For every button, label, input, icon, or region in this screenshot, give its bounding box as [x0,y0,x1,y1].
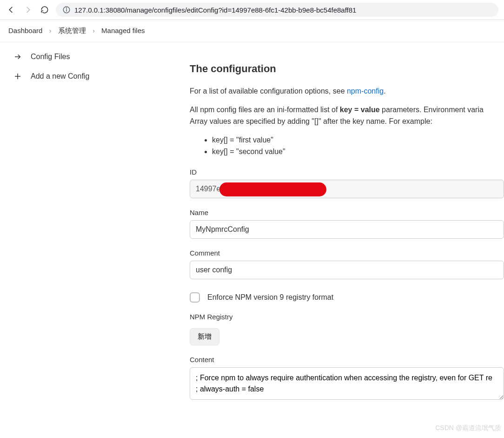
site-info-icon[interactable] [62,6,71,14]
breadcrumb-item-dashboard[interactable]: Dashboard [8,27,42,34]
field-comment: Comment [190,249,504,279]
sidebar-item-label: Config Files [31,53,70,61]
name-input[interactable] [190,220,504,239]
url-bar[interactable]: 127.0.0.1:38080/manage/configfiles/editC… [56,3,498,17]
sidebar-item-config-files[interactable]: Config Files [0,47,177,67]
breadcrumb-item-system[interactable]: 系统管理 [58,27,86,34]
intro-text: For a list of available configuration op… [190,85,504,97]
browser-toolbar: 127.0.0.1:38080/manage/configfiles/editC… [0,0,504,20]
add-registry-button[interactable]: 新增 [190,328,219,345]
example-list: key[] = "first value" key[] = "second va… [212,134,504,158]
comment-input[interactable] [190,261,504,279]
reload-button[interactable] [39,4,50,15]
id-label: ID [190,168,504,176]
field-registry: NPM Registry 新增 [190,313,504,345]
example-item: key[] = "second value" [212,146,504,158]
sidebar-item-add-config[interactable]: Add a new Config [0,67,177,86]
registry-label: NPM Registry [190,313,504,321]
field-enforce: Enforce NPM version 9 registry format [190,292,504,303]
content-label: Content [190,356,504,364]
main-content: The configuration For a list of availabl… [177,42,504,401]
chevron-right-icon: › [49,27,52,34]
chevron-right-icon: › [93,27,95,34]
enforce-checkbox[interactable] [190,292,200,303]
breadcrumb: Dashboard › 系统管理 › Managed files [0,20,504,42]
svg-point-2 [66,8,67,8]
url-text: 127.0.0.1:38080/manage/configfiles/editC… [74,6,356,14]
content-textarea[interactable] [190,367,504,400]
section-title: The configuration [190,63,504,75]
description-text: All npm config files are an ini-formatte… [190,104,504,128]
enforce-label: Enforce NPM version 9 registry format [207,293,333,302]
sidebar-item-label: Add a new Config [31,72,89,81]
field-content: Content [190,356,504,401]
forward-button[interactable] [22,4,33,15]
field-name: Name [190,209,504,239]
npm-config-link[interactable]: npm-config [347,87,384,95]
back-button[interactable] [6,4,17,15]
redaction-overlay [219,182,326,196]
sidebar: Config Files Add a new Config [0,42,177,401]
comment-label: Comment [190,249,504,257]
arrow-right-icon [13,53,22,61]
plus-icon [13,72,22,81]
example-item: key[] = "first value" [212,134,504,146]
name-label: Name [190,209,504,216]
breadcrumb-item-managed-files[interactable]: Managed files [101,27,145,34]
field-id: ID [190,168,504,198]
